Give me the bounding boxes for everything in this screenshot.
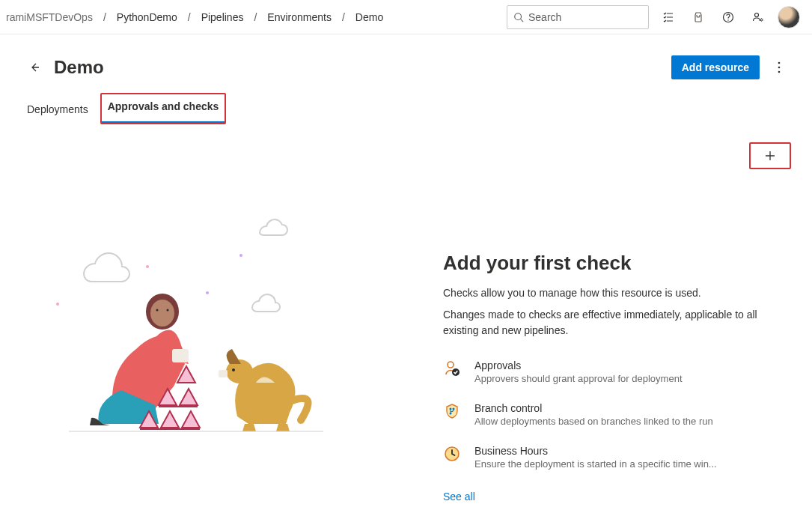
svg-rect-22 xyxy=(219,370,228,377)
svg-point-10 xyxy=(146,265,149,268)
svg-point-14 xyxy=(150,300,174,327)
empty-state-title: Add your first check xyxy=(443,252,788,275)
marketplace-icon[interactable] xyxy=(688,7,709,28)
svg-point-0 xyxy=(515,13,522,19)
svg-point-12 xyxy=(206,291,209,294)
breadcrumb-sep: / xyxy=(103,11,106,23)
svg-point-24 xyxy=(448,362,454,368)
svg-point-7 xyxy=(778,67,781,69)
search-box[interactable] xyxy=(507,5,649,29)
breadcrumb-sep: / xyxy=(188,11,191,23)
svg-point-8 xyxy=(778,71,781,73)
svg-point-4 xyxy=(755,13,759,16)
crumb-org[interactable]: ramiMSFTDevOps xyxy=(6,11,93,23)
empty-state-illustration xyxy=(24,214,413,454)
back-button[interactable] xyxy=(24,57,45,78)
check-type-list: Approvals Approvers should grant approva… xyxy=(443,359,788,470)
crumb-project[interactable]: PythonDemo xyxy=(117,11,177,23)
check-desc: Approvers should grant approval for depl… xyxy=(474,373,788,384)
breadcrumb-sep: / xyxy=(254,11,257,23)
svg-point-27 xyxy=(453,408,455,410)
svg-point-6 xyxy=(778,62,781,64)
more-actions-button[interactable] xyxy=(770,58,788,76)
task-list-icon[interactable] xyxy=(658,7,679,28)
check-title: Branch control xyxy=(474,402,788,414)
topbar-right xyxy=(507,5,800,29)
svg-point-9 xyxy=(56,303,59,306)
tabs: Deployments Approvals and checks xyxy=(0,85,812,124)
check-desc: Ensure the deployment is started in a sp… xyxy=(474,458,788,470)
check-item-business-hours[interactable]: Business Hours Ensure the deployment is … xyxy=(443,445,788,470)
search-input[interactable] xyxy=(528,11,642,23)
check-desc: Allow deployments based on branches link… xyxy=(474,416,788,427)
svg-point-28 xyxy=(450,413,452,415)
svg-point-5 xyxy=(760,19,763,21)
info-panel: Add your first check Checks allow you to… xyxy=(443,214,788,503)
crumb-environments[interactable]: Environments xyxy=(267,11,332,23)
add-resource-button[interactable]: Add resource xyxy=(671,55,760,79)
business-hours-icon xyxy=(443,445,461,463)
check-title: Business Hours xyxy=(474,445,788,457)
empty-state-desc-2: Changes made to checks are effective imm… xyxy=(443,307,788,339)
svg-point-11 xyxy=(239,254,242,257)
help-icon[interactable] xyxy=(718,7,739,28)
main-content: Add your first check Checks allow you to… xyxy=(0,169,812,503)
check-item-branch-control[interactable]: Branch control Allow deployments based o… xyxy=(443,402,788,427)
page-header: Demo Add resource xyxy=(0,34,812,85)
highlight-box-tab: Approvals and checks xyxy=(100,93,227,124)
plus-icon xyxy=(765,151,775,161)
check-item-approvals[interactable]: Approvals Approvers should grant approva… xyxy=(443,359,788,384)
breadcrumb-sep: / xyxy=(342,11,345,23)
user-settings-icon[interactable] xyxy=(748,7,769,28)
empty-state-desc-1: Checks allow you to manage how this reso… xyxy=(443,285,788,301)
avatar[interactable] xyxy=(778,6,800,28)
see-all-link[interactable]: See all xyxy=(443,491,475,503)
header-actions: Add resource xyxy=(671,55,788,79)
search-icon xyxy=(513,12,524,22)
check-title: Approvals xyxy=(474,359,788,371)
branch-control-icon xyxy=(443,402,461,420)
svg-point-26 xyxy=(450,408,452,410)
approvals-icon xyxy=(443,359,461,377)
breadcrumb: ramiMSFTDevOps / PythonDemo / Pipelines … xyxy=(6,11,383,23)
add-check-button[interactable] xyxy=(752,145,788,166)
plus-row xyxy=(0,124,812,169)
svg-point-3 xyxy=(727,19,728,20)
svg-point-21 xyxy=(232,368,235,371)
tab-approvals-and-checks[interactable]: Approvals and checks xyxy=(102,94,225,123)
tab-deployments[interactable]: Deployments xyxy=(21,97,94,124)
svg-point-15 xyxy=(156,309,159,312)
highlight-box-plus xyxy=(749,142,791,169)
svg-point-16 xyxy=(167,309,169,312)
svg-rect-17 xyxy=(172,349,189,362)
svg-line-1 xyxy=(521,19,524,22)
topbar: ramiMSFTDevOps / PythonDemo / Pipelines … xyxy=(0,0,812,34)
crumb-current[interactable]: Demo xyxy=(355,11,383,23)
page-title: Demo xyxy=(54,57,104,78)
crumb-pipelines[interactable]: Pipelines xyxy=(201,11,244,23)
